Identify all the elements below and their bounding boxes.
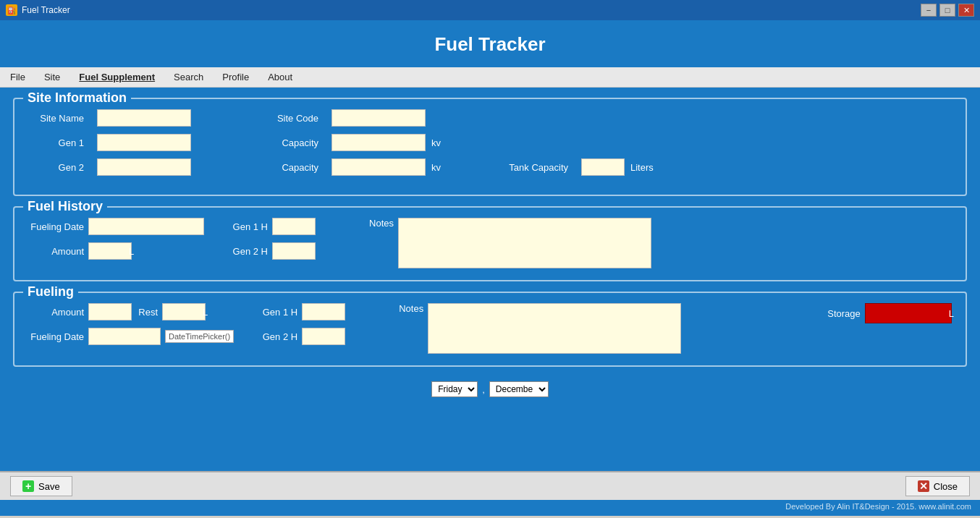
gen2-row: Gen 2 Capacity kv Tank Capacity Liters: [26, 158, 954, 176]
app-title: Fuel Tracker: [434, 33, 545, 55]
menu-site[interactable]: Site: [40, 70, 64, 84]
menu-bar: File Site Fuel Supplement Search Profile…: [0, 67, 980, 88]
fueling-amount-input[interactable]: [88, 303, 132, 320]
fuel-history-section: Fuel History Fueling Date Amount L Gen 1…: [13, 206, 967, 281]
save-icon: +: [22, 480, 34, 492]
gen1-input[interactable]: [97, 134, 191, 151]
app-icon: ⛽: [6, 4, 17, 16]
rest-l-unit: L: [203, 307, 208, 318]
capacity2-label: Capacity: [261, 162, 318, 173]
fuel-history-left: Fueling Date Amount L: [26, 218, 204, 260]
fuel-history-row: Fueling Date Amount L Gen 1 H Gen 2 H: [26, 218, 954, 268]
title-bar-left: ⛽ Fuel Tracker: [6, 4, 70, 16]
gen1h-input[interactable]: [272, 218, 316, 235]
amount-label: Amount: [26, 246, 84, 257]
menu-fuel-supplement[interactable]: Fuel Supplement: [75, 70, 159, 84]
month-select[interactable]: Decembe: [489, 381, 549, 397]
amount-group: Amount L: [26, 242, 204, 260]
window-close-button[interactable]: ✕: [958, 4, 974, 17]
gen2h-group: Gen 2 H: [224, 242, 316, 260]
fueling-rest-input[interactable]: [162, 303, 206, 320]
date-separator: ,: [482, 384, 485, 395]
fueling-amount-group: Amount Rest L: [26, 303, 234, 320]
gen2-label: Gen 2: [26, 162, 84, 173]
site-information-section: Site Information Site Name Site Code Gen…: [13, 98, 967, 196]
menu-profile[interactable]: Profile: [218, 70, 253, 84]
site-name-row: Site Name Site Code: [26, 109, 954, 127]
notes-textarea[interactable]: [398, 218, 651, 268]
bottom-bar: + Save ✕ Close: [0, 471, 980, 500]
amount-input[interactable]: [88, 242, 132, 260]
main-content: Site Information Site Name Site Code Gen…: [0, 88, 980, 471]
footer-text: Developed By Alin IT&Design - 2015. www.…: [785, 502, 971, 511]
tank-capacity-label: Tank Capacity: [496, 162, 568, 173]
site-code-input[interactable]: [331, 109, 426, 127]
fueling-date-label2: Fueling Date: [26, 331, 84, 342]
fueling-gen1h-group: Gen 1 H: [254, 303, 345, 320]
fueling-gen2h-label: Gen 2 H: [254, 331, 297, 342]
fueling-notes-group: Notes: [366, 303, 681, 354]
storage-input[interactable]: [865, 303, 952, 323]
title-bar-controls: − □ ✕: [921, 4, 974, 17]
gen1-row: Gen 1 Capacity kv: [26, 134, 954, 151]
gen1h-label: Gen 1 H: [224, 221, 268, 232]
fuel-history-gen-col: Gen 1 H Gen 2 H: [224, 218, 316, 260]
fueling-date-label: Fueling Date: [26, 221, 84, 232]
fueling-date-group2: Fueling Date DateTimePicker(): [26, 328, 234, 345]
gen2h-input[interactable]: [272, 242, 316, 260]
notes-group: Notes: [336, 218, 651, 268]
fueling-gen2h-input[interactable]: [302, 328, 345, 345]
fueling-date-group: Fueling Date: [26, 218, 204, 235]
liters-unit: Liters: [630, 162, 654, 173]
capacity2-input[interactable]: [331, 158, 426, 176]
fueling-gen1h-input[interactable]: [302, 303, 345, 320]
menu-about[interactable]: About: [263, 70, 297, 84]
footer-credit: Developed By Alin IT&Design - 2015. www.…: [0, 500, 980, 516]
gen1-label: Gen 1: [26, 137, 84, 148]
storage-label: Storage: [817, 308, 861, 319]
save-label: Save: [38, 481, 60, 492]
gen1h-group: Gen 1 H: [224, 218, 316, 235]
site-name-label: Site Name: [26, 113, 84, 124]
amount-l-unit: L: [129, 246, 134, 257]
day-select[interactable]: Friday: [431, 381, 478, 397]
fueling-main-row: Amount Rest L Fueling Date DateTimePicke…: [26, 303, 954, 354]
kv2-unit: kv: [431, 162, 441, 173]
close-button[interactable]: ✕ Close: [905, 476, 970, 496]
fueling-gen1h-label: Gen 1 H: [254, 307, 297, 318]
storage-group: Storage L: [817, 303, 954, 323]
date-picker-bar: Friday , Decembe: [13, 377, 967, 402]
kv1-unit: kv: [431, 137, 441, 148]
menu-file[interactable]: File: [6, 70, 30, 84]
fueling-notes-label: Notes: [366, 303, 423, 314]
tank-capacity-input[interactable]: [581, 158, 625, 176]
date-picker-spinner[interactable]: DateTimePicker(): [165, 330, 234, 343]
title-bar: ⛽ Fuel Tracker − □ ✕: [0, 0, 980, 20]
fuel-history-title: Fuel History: [23, 199, 107, 214]
minimize-button[interactable]: −: [921, 4, 937, 17]
gen2h-label: Gen 2 H: [224, 246, 268, 257]
maximize-button[interactable]: □: [939, 4, 955, 17]
fueling-date-input[interactable]: [88, 218, 204, 235]
gen2-input[interactable]: [97, 158, 191, 176]
fueling-notes-textarea[interactable]: [428, 303, 681, 354]
site-code-label: Site Code: [261, 113, 318, 124]
close-icon: ✕: [918, 480, 929, 492]
fueling-section: Fueling Amount Rest L Fueling Date DateT…: [13, 292, 967, 367]
site-name-input[interactable]: [97, 109, 191, 127]
save-button[interactable]: + Save: [10, 476, 72, 496]
notes-label: Notes: [336, 218, 394, 229]
fueling-gen-col: Gen 1 H Gen 2 H: [254, 303, 345, 345]
app-header: Fuel Tracker: [0, 20, 980, 67]
close-label: Close: [934, 481, 958, 492]
menu-search[interactable]: Search: [169, 70, 208, 84]
site-information-title: Site Information: [23, 90, 131, 106]
fueling-left-col: Amount Rest L Fueling Date DateTimePicke…: [26, 303, 234, 345]
capacity1-input[interactable]: [331, 134, 426, 151]
window-title: Fuel Tracker: [22, 5, 70, 15]
fueling-gen2h-group: Gen 2 H: [254, 328, 345, 345]
capacity1-label: Capacity: [261, 137, 318, 148]
storage-l-unit: L: [949, 308, 954, 319]
fueling-title: Fueling: [23, 284, 78, 300]
fueling-date-input2[interactable]: [88, 328, 161, 345]
